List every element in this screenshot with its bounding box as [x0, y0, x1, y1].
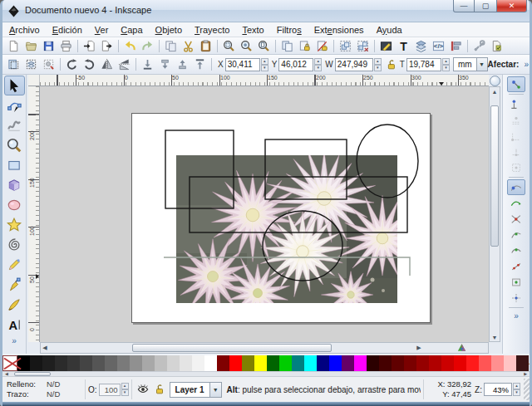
palette-swatch-909090[interactable]: [130, 355, 142, 371]
select-all-button[interactable]: [5, 56, 22, 72]
minimize-button[interactable]: —: [453, 0, 475, 12]
preferences-button[interactable]: [470, 38, 488, 54]
y-spinner[interactable]: ▴▾: [314, 58, 322, 71]
clone-button[interactable]: [296, 38, 313, 54]
palette-swatch-2b2b2b[interactable]: [55, 355, 67, 371]
save-button[interactable]: [40, 38, 57, 54]
palette-swatch-d4d4d4[interactable]: [167, 355, 180, 371]
palette-swatch-7a7a7a[interactable]: [117, 355, 130, 371]
horizontal-ruler[interactable]: -50050100150200250300350: [40, 75, 489, 86]
select-all-layers-button[interactable]: [22, 56, 40, 72]
xml-editor-button[interactable]: </>: [430, 38, 447, 54]
align-button[interactable]: [447, 38, 465, 54]
snap-bbox-edges-button[interactable]: [507, 112, 525, 128]
corner-button[interactable]: [490, 76, 500, 86]
snap-object-centers-button[interactable]: [507, 274, 525, 290]
snap-enable-button[interactable]: [507, 76, 525, 92]
palette-overflow-arrow[interactable]: ◂: [529, 355, 532, 371]
x-input[interactable]: [225, 58, 260, 71]
redo-button[interactable]: [139, 38, 156, 54]
lower-to-bottom-button[interactable]: [139, 56, 156, 72]
rotate-ccw-button[interactable]: [63, 56, 81, 72]
palette-swatch-ffffff[interactable]: [204, 355, 217, 371]
lock-ratio-button[interactable]: [385, 59, 397, 71]
box-3d-tool-button[interactable]: [4, 175, 25, 195]
menu-edición[interactable]: Edición: [52, 25, 82, 35]
scroll-down-icon[interactable]: ▼: [490, 333, 500, 341]
snap-path-intersections-button[interactable]: [507, 211, 525, 227]
pencil-tool-button[interactable]: [4, 255, 25, 275]
layer-visibility-button[interactable]: [135, 381, 151, 398]
palette-swatch-555555[interactable]: [92, 355, 105, 371]
toolbox-overflow-button[interactable]: »: [12, 336, 17, 345]
flip-vertical-button[interactable]: [116, 56, 133, 72]
group-button[interactable]: [337, 38, 354, 54]
palette-swatch-00ffff[interactable]: [304, 355, 317, 371]
text-tool-button[interactable]: A: [4, 315, 25, 335]
palette-swatch-000080[interactable]: [317, 355, 329, 371]
scroll-right-icon[interactable]: ▶: [415, 343, 423, 353]
ungroup-button[interactable]: [354, 38, 372, 54]
import-button[interactable]: [81, 38, 98, 54]
zoom-spinner[interactable]: ▴▾: [513, 383, 520, 396]
palette-swatch-808000[interactable]: [242, 355, 254, 371]
layer-lock-button[interactable]: [151, 381, 168, 398]
scroll-up-icon[interactable]: ▲: [490, 87, 500, 95]
color-managed-display-icon[interactable]: [456, 343, 467, 353]
cut-button[interactable]: [180, 38, 197, 54]
palette-swatch-006400[interactable]: [267, 355, 279, 371]
unlink-clone-button[interactable]: [313, 38, 331, 54]
palette-swatch-666666[interactable]: [105, 355, 117, 371]
palette-swatch-2b0000[interactable]: [367, 355, 379, 371]
zoom-page-button[interactable]: [255, 38, 273, 54]
raise-to-top-button[interactable]: [191, 56, 209, 72]
palette-swatch-cc0000[interactable]: [441, 355, 454, 371]
selector-tool-button[interactable]: [4, 76, 25, 95]
menu-objeto[interactable]: Objeto: [155, 25, 182, 35]
palette-swatch-161616[interactable]: [30, 355, 42, 371]
opacity-spinner[interactable]: ▴▾: [121, 383, 129, 396]
x-spinner[interactable]: ▴▾: [261, 58, 268, 71]
palette-swatch-a8a8a8[interactable]: [142, 355, 155, 371]
zoom-tool-button[interactable]: [4, 135, 25, 155]
snap-bbox-midpoints-button[interactable]: [507, 144, 525, 159]
palette-swatch-450000[interactable]: [379, 355, 392, 371]
text-dialog-button[interactable]: T: [395, 38, 412, 54]
vertical-ruler[interactable]: 200150100500: [28, 86, 40, 342]
zoom-selection-button[interactable]: [220, 38, 238, 54]
pen-tool-button[interactable]: [4, 275, 25, 295]
palette-swatch-e60000[interactable]: [454, 355, 466, 371]
palette-swatch-e4e4e4[interactable]: [180, 355, 192, 371]
palette-swatch-00cc00[interactable]: [279, 355, 292, 371]
palette-swatch-ffff00[interactable]: [254, 355, 267, 371]
y-input[interactable]: [278, 58, 313, 71]
copy-button[interactable]: [162, 38, 180, 54]
zoom-drawing-button[interactable]: [238, 38, 255, 54]
palette-swatch-008080[interactable]: [292, 355, 304, 371]
snap-nodes-button[interactable]: [507, 179, 525, 195]
resize-grip[interactable]: [524, 379, 530, 400]
paste-button[interactable]: [197, 38, 214, 54]
palette-swatch-7a0000[interactable]: [404, 355, 416, 371]
vscroll-thumb[interactable]: [490, 105, 499, 247]
palette-swatch-363636[interactable]: [67, 355, 80, 371]
palette-swatch-0000ff[interactable]: [329, 355, 342, 371]
snap-cusp-nodes-button[interactable]: [507, 227, 525, 242]
document-properties-button[interactable]: [488, 38, 505, 54]
palette-swatch-600000[interactable]: [392, 355, 404, 371]
vertical-scrollbar[interactable]: ▲ ▼: [489, 86, 500, 342]
print-button[interactable]: [57, 38, 75, 54]
star-tool-button[interactable]: [4, 215, 25, 235]
h-input[interactable]: [406, 58, 441, 71]
palette-swatch-3a1414[interactable]: [516, 355, 529, 371]
photo-cactus-flowers[interactable]: [176, 148, 421, 323]
duplicate-button[interactable]: [278, 38, 296, 54]
scroll-left-icon[interactable]: ◀: [41, 343, 49, 353]
spiral-tool-button[interactable]: [4, 235, 25, 255]
new-document-button[interactable]: [5, 38, 22, 54]
menu-extensiones[interactable]: Extensiones: [314, 25, 364, 35]
rotate-cw-button[interactable]: [81, 56, 98, 72]
lower-button[interactable]: [156, 56, 174, 72]
rectangle-tool-button[interactable]: [4, 155, 25, 175]
palette-swatch-ff5555[interactable]: [479, 355, 491, 371]
